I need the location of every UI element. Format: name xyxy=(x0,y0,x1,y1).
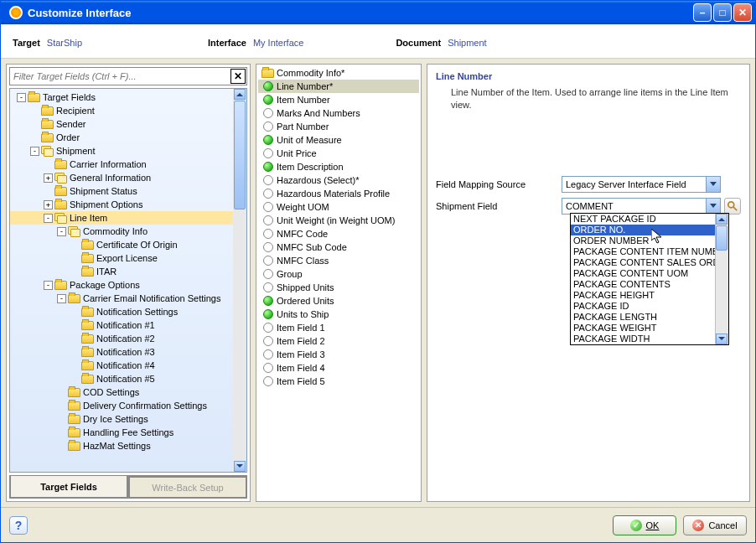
list-item[interactable]: Item Number xyxy=(258,93,419,106)
chevron-down-icon[interactable] xyxy=(706,177,720,192)
dropdown-scrollbar[interactable] xyxy=(715,214,728,344)
dropdown-option[interactable]: PACKAGE CONTENTS xyxy=(571,279,728,290)
tree-item[interactable]: Shipment Status xyxy=(10,184,246,198)
close-button[interactable]: ✕ xyxy=(733,3,752,22)
dropdown-option[interactable]: PACKAGE LENGTH xyxy=(571,312,728,323)
tree-item[interactable]: Notification #5 xyxy=(10,372,246,385)
tree-item[interactable]: -Line Item xyxy=(10,211,246,225)
list-item[interactable]: Marks And Numbers xyxy=(258,106,419,120)
maximize-button[interactable]: □ xyxy=(713,3,732,22)
tree-scrollbar[interactable] xyxy=(233,89,246,472)
shipment-field-dropdown[interactable]: NEXT PACKAGE IDORDER NO.ORDER NUMBERPACK… xyxy=(570,213,729,345)
scroll-thumb[interactable] xyxy=(716,225,728,251)
scroll-up-icon[interactable] xyxy=(716,214,728,225)
dropdown-option[interactable]: PACKAGE WEIGHT xyxy=(571,323,728,334)
tree-item[interactable]: Sender xyxy=(10,117,246,131)
tree-item[interactable]: HazMat Settings xyxy=(10,439,246,452)
interface-value[interactable]: My Interface xyxy=(253,38,304,48)
expand-toggle[interactable]: + xyxy=(44,200,53,209)
tree-item[interactable]: Carrier Information xyxy=(10,158,246,171)
list-item[interactable]: Shipped Units xyxy=(258,281,419,294)
search-input[interactable] xyxy=(10,71,230,81)
tree-item[interactable]: Certificate Of Origin xyxy=(10,238,246,251)
expand-toggle[interactable]: - xyxy=(44,281,53,290)
tree-item[interactable]: Notification #1 xyxy=(10,318,246,332)
tree-item[interactable]: Order xyxy=(10,131,246,144)
document-value[interactable]: Shipment xyxy=(448,38,486,48)
tree-item[interactable]: ITAR xyxy=(10,265,246,278)
expand-toggle[interactable]: + xyxy=(44,173,53,183)
scroll-up-icon[interactable] xyxy=(234,89,246,100)
target-fields-tree[interactable]: -Target FieldsRecipientSenderOrder-Shipm… xyxy=(10,89,246,454)
list-item[interactable]: Item Field 3 xyxy=(258,348,419,361)
scroll-down-icon[interactable] xyxy=(716,334,728,344)
list-item[interactable]: Line Number* xyxy=(258,80,419,93)
tree-item[interactable]: Dry Ice Settings xyxy=(10,412,246,426)
scroll-down-icon[interactable] xyxy=(234,461,246,472)
tree-item[interactable]: -Target Fields xyxy=(10,90,246,104)
list-item[interactable]: Unit of Measure xyxy=(258,133,419,147)
tree-item[interactable]: -Carrier Email Notification Settings xyxy=(10,292,246,305)
tree-item[interactable]: Handling Fee Settings xyxy=(10,426,246,439)
cancel-button[interactable]: ✕ Cancel xyxy=(683,515,747,535)
tree-item[interactable]: -Commodity Info xyxy=(10,225,246,238)
tree-item[interactable]: Export License xyxy=(10,251,246,265)
list-item[interactable]: Hazardous Materials Profile xyxy=(258,187,419,200)
tab-writeback-setup[interactable]: Write-Back Setup xyxy=(128,476,247,499)
list-item[interactable]: Unit Price xyxy=(258,147,419,160)
mapping-source-select[interactable]: Legacy Server Interface Field xyxy=(562,176,721,193)
list-item[interactable]: NMFC Code xyxy=(258,227,419,240)
tree-item[interactable]: -Package Options xyxy=(10,278,246,292)
list-item[interactable]: Hazardous (Select)* xyxy=(258,173,419,187)
list-item[interactable]: NMFC Class xyxy=(258,254,419,267)
expand-toggle[interactable]: - xyxy=(57,294,66,303)
list-item[interactable]: NMFC Sub Code xyxy=(258,240,419,254)
tree-item[interactable]: -Shipment xyxy=(10,144,246,158)
tree-item[interactable]: Recipient xyxy=(10,104,246,117)
list-item[interactable]: Group xyxy=(258,267,419,281)
dropdown-option[interactable]: NEXT PACKAGE ID xyxy=(571,214,728,225)
tree-item[interactable]: Notification #3 xyxy=(10,345,246,359)
list-header[interactable]: Commodity Info* xyxy=(258,66,419,80)
tree-item[interactable]: +General Information xyxy=(10,171,246,184)
dropdown-option[interactable]: PACKAGE CONTENT SALES ORDER xyxy=(571,257,728,268)
ok-button[interactable]: ✓ OK xyxy=(613,515,676,535)
expand-toggle[interactable]: - xyxy=(57,227,66,236)
list-item[interactable]: Units to Ship xyxy=(258,308,419,321)
list-item[interactable]: Unit Weight (in Weight UOM) xyxy=(258,214,419,227)
dropdown-option[interactable]: PACKAGE CONTENT UOM xyxy=(571,268,728,279)
tree-item[interactable]: Notification Settings xyxy=(10,305,246,318)
dropdown-option[interactable]: PACKAGE WIDTH xyxy=(571,334,728,344)
tree-item[interactable]: +Shipment Options xyxy=(10,198,246,211)
list-item[interactable]: Item Field 2 xyxy=(258,334,419,348)
tree-item[interactable]: Notification #2 xyxy=(10,332,246,345)
dropdown-option[interactable]: PACKAGE HEIGHT xyxy=(571,290,728,301)
tree-item[interactable]: COD Settings xyxy=(10,385,246,399)
dropdown-option[interactable]: PACKAGE ID xyxy=(571,301,728,312)
tab-target-fields[interactable]: Target Fields xyxy=(9,476,128,499)
field-list[interactable]: Commodity Info*Line Number*Item NumberMa… xyxy=(256,65,421,501)
dropdown-option[interactable]: ORDER NUMBER xyxy=(571,235,728,246)
titlebar[interactable]: Customize Interface – □ ✕ xyxy=(1,1,755,24)
expand-toggle[interactable]: - xyxy=(17,93,26,102)
dropdown-option[interactable]: ORDER NO. xyxy=(571,225,728,235)
list-item[interactable]: Item Field 4 xyxy=(258,361,419,375)
help-button[interactable]: ? xyxy=(9,516,28,535)
tree-item[interactable]: Delivery Confirmation Settings xyxy=(10,399,246,412)
list-item[interactable]: Item Description xyxy=(258,160,419,173)
list-item[interactable]: Item Field 5 xyxy=(258,375,419,388)
expand-toggle[interactable]: - xyxy=(44,214,53,223)
scroll-thumb[interactable] xyxy=(234,101,246,209)
list-item[interactable]: Ordered Units xyxy=(258,294,419,308)
target-value[interactable]: StarShip xyxy=(47,38,82,48)
chevron-down-icon[interactable] xyxy=(706,199,720,214)
expand-toggle[interactable]: - xyxy=(30,147,39,156)
list-item[interactable]: Item Field 1 xyxy=(258,321,419,334)
lookup-button[interactable] xyxy=(724,198,741,215)
search-box[interactable]: ✕ xyxy=(9,67,247,85)
minimize-button[interactable]: – xyxy=(693,3,712,22)
shipment-field-select[interactable]: COMMENT xyxy=(562,198,721,215)
dropdown-option[interactable]: PACKAGE CONTENT ITEM NUMBER xyxy=(571,246,728,257)
list-item[interactable]: Weight UOM xyxy=(258,200,419,214)
list-item[interactable]: Part Number xyxy=(258,120,419,133)
